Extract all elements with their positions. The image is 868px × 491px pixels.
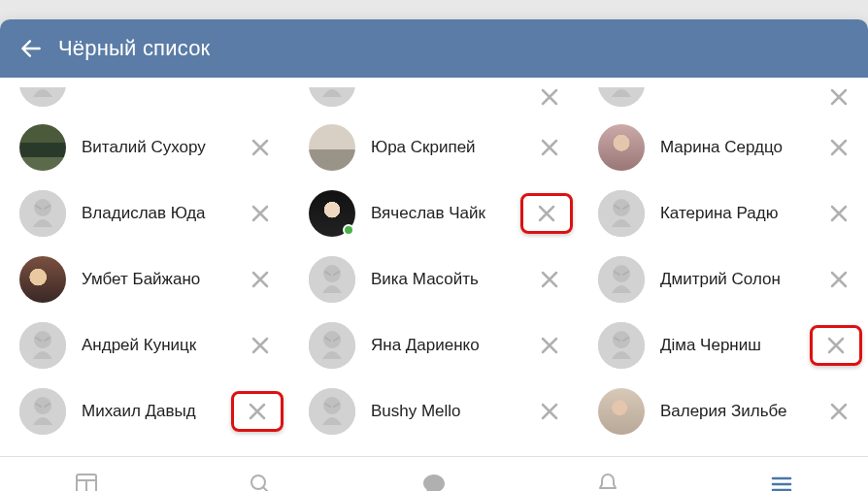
user-row[interactable]: Андрей Куницк <box>0 312 289 378</box>
header-bar: Чёрный список <box>0 19 868 78</box>
remove-button[interactable] <box>237 124 284 171</box>
user-name: Вика Масойть <box>371 270 526 289</box>
placeholder-avatar-icon <box>598 87 645 107</box>
avatar <box>598 256 645 303</box>
placeholder-avatar-icon <box>598 256 645 303</box>
remove-button[interactable] <box>526 322 573 369</box>
close-icon <box>541 271 558 288</box>
feed-icon <box>73 471 100 492</box>
avatar <box>309 124 355 171</box>
avatar <box>309 256 355 303</box>
remove-button[interactable] <box>526 388 573 435</box>
tab-notifications[interactable] <box>520 457 694 491</box>
close-icon <box>830 88 848 106</box>
placeholder-avatar-icon <box>19 322 66 369</box>
close-icon <box>538 205 555 222</box>
user-name: Михаил Давыд <box>82 402 231 421</box>
avatar <box>19 388 66 435</box>
user-row[interactable]: Юра Скрипей <box>289 115 579 180</box>
remove-button[interactable] <box>816 256 862 303</box>
close-icon <box>541 139 558 156</box>
remove-button[interactable] <box>816 190 862 237</box>
partial-row <box>579 87 868 115</box>
close-icon <box>827 337 845 354</box>
user-row[interactable]: Вика Масойть <box>289 246 579 312</box>
user-name: Андрей Куницк <box>82 336 237 355</box>
user-row[interactable]: Bushy Mello <box>289 378 579 444</box>
avatar <box>19 190 66 237</box>
user-row[interactable]: Яна Дариенко <box>289 312 579 378</box>
back-button[interactable] <box>10 27 52 70</box>
avatar <box>309 190 355 237</box>
avatar <box>19 124 66 171</box>
user-row[interactable]: Михаил Давыд <box>0 378 289 444</box>
column: Марина СердцоКатерина РадюДмитрий СолонД… <box>579 87 868 456</box>
remove-button[interactable] <box>810 325 862 366</box>
user-name: Владислав Юда <box>82 204 237 223</box>
remove-button[interactable] <box>526 87 573 115</box>
remove-button[interactable] <box>816 87 862 115</box>
user-row[interactable]: Валерия Зильбе <box>579 378 868 444</box>
user-row[interactable]: Умбет Байжано <box>0 246 289 312</box>
placeholder-avatar-icon <box>309 388 355 435</box>
tab-search[interactable] <box>174 457 348 491</box>
remove-button[interactable] <box>237 190 284 237</box>
remove-button[interactable] <box>816 124 862 171</box>
placeholder-avatar-icon <box>309 256 355 303</box>
partial-row <box>289 87 579 115</box>
remove-button[interactable] <box>237 322 284 369</box>
avatar <box>309 322 355 369</box>
placeholder-avatar-icon <box>19 388 66 435</box>
placeholder-avatar-icon <box>19 190 66 237</box>
remove-button[interactable] <box>520 193 573 234</box>
close-icon <box>541 403 558 420</box>
user-name: Виталий Сухору <box>82 138 237 157</box>
placeholder-avatar-icon <box>598 190 645 237</box>
remove-button[interactable] <box>237 256 284 303</box>
user-name: Умбет Байжано <box>82 270 237 289</box>
avatar <box>309 87 355 107</box>
user-row[interactable]: Вячеслав Чайк <box>289 180 579 246</box>
tab-menu[interactable] <box>694 457 868 491</box>
blacklist-grid: Виталий СухоруВладислав ЮдаУмбет Байжано… <box>0 78 868 456</box>
app-window: Чёрный список Виталий СухоруВладислав Юд… <box>0 19 868 491</box>
user-name: Дмитрий Солон <box>660 270 816 289</box>
close-icon <box>830 139 848 156</box>
user-row[interactable]: Діма Черниш <box>579 312 868 378</box>
placeholder-avatar-icon <box>309 322 355 369</box>
close-icon <box>251 205 269 222</box>
remove-button[interactable] <box>526 256 573 303</box>
user-row[interactable]: Катерина Радю <box>579 180 868 246</box>
user-name: Вячеслав Чайк <box>371 204 520 223</box>
user-row[interactable]: Марина Сердцо <box>579 115 868 180</box>
close-icon <box>541 88 558 106</box>
remove-button[interactable] <box>816 388 862 435</box>
close-icon <box>830 271 848 288</box>
user-name: Діма Черниш <box>660 336 810 355</box>
page-title: Чёрный список <box>58 36 210 61</box>
close-icon <box>830 403 848 420</box>
avatar <box>309 388 355 435</box>
remove-button[interactable] <box>231 391 284 432</box>
user-row[interactable]: Дмитрий Солон <box>579 246 868 312</box>
user-name: Катерина Радю <box>660 204 816 223</box>
avatar <box>598 322 645 369</box>
tab-messages[interactable] <box>348 457 521 491</box>
user-row[interactable]: Владислав Юда <box>0 180 289 246</box>
tab-feed[interactable] <box>0 457 174 491</box>
bottom-nav <box>0 456 868 491</box>
user-row[interactable]: Виталий Сухору <box>0 115 289 180</box>
back-arrow-icon <box>18 36 44 61</box>
user-name: Марина Сердцо <box>660 138 816 157</box>
remove-button[interactable] <box>526 124 573 171</box>
user-name: Bushy Mello <box>371 402 526 421</box>
close-icon <box>830 205 848 222</box>
close-icon <box>251 271 269 288</box>
column: Виталий СухоруВладислав ЮдаУмбет Байжано… <box>0 87 289 456</box>
close-icon <box>249 403 266 420</box>
avatar <box>19 322 66 369</box>
avatar <box>598 388 645 435</box>
partial-row <box>0 87 289 115</box>
user-name: Яна Дариенко <box>371 336 526 355</box>
avatar <box>598 124 645 171</box>
